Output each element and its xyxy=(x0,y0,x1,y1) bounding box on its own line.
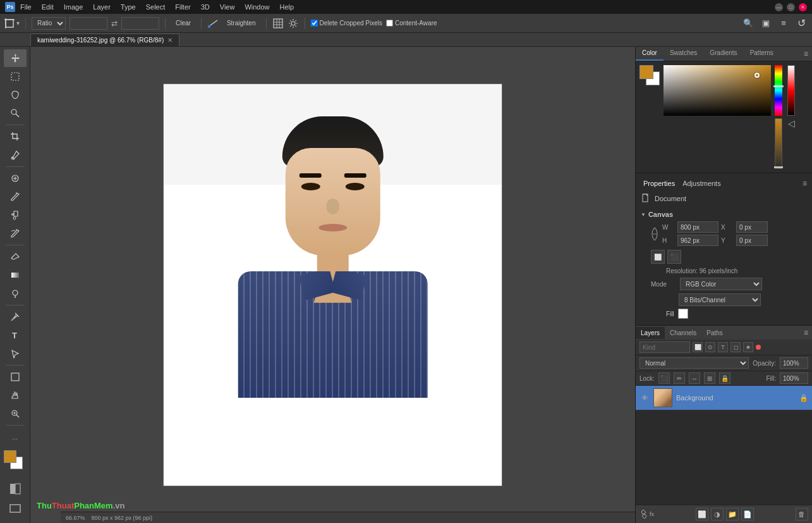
tab-channels[interactable]: Channels xyxy=(665,327,701,339)
lasso-tool[interactable] xyxy=(4,86,27,104)
tab-adjustments[interactable]: Adjustments xyxy=(680,178,724,188)
canvas-title[interactable]: ▼ Canvas xyxy=(641,209,807,220)
quick-mask-button[interactable] xyxy=(4,480,27,498)
menu-3d[interactable]: 3D xyxy=(201,3,210,11)
tab-layers[interactable]: Layers xyxy=(636,327,665,339)
menu-file[interactable]: File xyxy=(20,3,32,11)
gradient-tool[interactable] xyxy=(4,266,27,284)
tab-color[interactable]: Color xyxy=(636,47,664,61)
lock-pixels-btn[interactable]: ⬛ xyxy=(658,372,670,384)
new-group-button[interactable]: 📁 xyxy=(726,508,739,520)
shape-tool[interactable] xyxy=(4,368,27,386)
tab-swatches[interactable]: Swatches xyxy=(664,47,703,61)
hand-tool[interactable] xyxy=(4,386,27,404)
new-adjustment-button[interactable]: ◑ xyxy=(711,508,724,520)
history-brush-tool[interactable] xyxy=(4,225,27,242)
menu-filter[interactable]: Filter xyxy=(175,3,190,11)
clone-tool[interactable] xyxy=(4,206,27,224)
undo-button[interactable]: ↺ xyxy=(794,16,808,30)
menu-help[interactable]: Help xyxy=(280,3,294,11)
eraser-tool[interactable] xyxy=(4,248,27,266)
fill-input[interactable] xyxy=(780,372,808,384)
marquee-tool[interactable] xyxy=(4,68,27,85)
fill-swatch[interactable] xyxy=(678,309,688,319)
zoom-tool[interactable] xyxy=(4,405,27,422)
pixel-filter-icon[interactable]: ⬜ xyxy=(693,342,703,352)
menu-select[interactable]: Select xyxy=(146,3,166,11)
bits-select[interactable]: 8 Bits/Channel xyxy=(679,293,761,306)
content-aware-option[interactable]: Content-Aware xyxy=(386,20,437,27)
adjust-filter-icon[interactable]: ⊙ xyxy=(705,342,715,352)
layer-background[interactable]: 👁 Background 🔒 xyxy=(636,386,812,410)
tab-close-button[interactable]: ✕ xyxy=(167,37,173,44)
delete-layer-button[interactable]: 🗑 xyxy=(796,508,808,520)
more-options-button[interactable]: ≡ xyxy=(777,16,791,30)
color-panel-menu[interactable]: ≡ xyxy=(800,47,812,61)
tab-paths[interactable]: Paths xyxy=(701,327,728,339)
search-button[interactable]: 🔍 xyxy=(741,16,755,30)
document-tab[interactable]: kamiwedding-316252.jpg @ 66.7% (RGB/8#) … xyxy=(30,34,179,46)
content-aware-checkbox[interactable] xyxy=(386,20,393,27)
rotate-canvas-btn[interactable]: ⬛ xyxy=(667,250,681,264)
height-field[interactable] xyxy=(677,235,718,246)
type-filter-icon[interactable]: T xyxy=(718,342,728,352)
extra-strip[interactable] xyxy=(787,65,795,116)
dodge-tool[interactable] xyxy=(4,285,27,302)
opacity-input[interactable] xyxy=(780,357,808,369)
brush-tool[interactable] xyxy=(4,188,27,206)
layout-button[interactable]: ▣ xyxy=(759,16,773,30)
lock-all-btn[interactable]: 🔒 xyxy=(719,372,730,384)
move-tool[interactable] xyxy=(4,49,27,67)
delete-cropped-checkbox[interactable] xyxy=(311,20,318,27)
lock-draw-btn[interactable]: ✏ xyxy=(674,372,685,384)
properties-panel-menu[interactable]: ≡ xyxy=(803,179,807,188)
effect-filter-icon[interactable]: ★ xyxy=(743,342,753,352)
straighten-button[interactable]: Straighten xyxy=(222,18,260,28)
y-field[interactable] xyxy=(736,235,768,246)
width-input[interactable] xyxy=(70,17,107,30)
lock-move-btn[interactable]: ↔ xyxy=(689,372,700,384)
foreground-color-swatch[interactable] xyxy=(4,450,16,463)
layer-visibility-toggle[interactable]: 👁 xyxy=(639,393,650,403)
height-input[interactable] xyxy=(121,17,159,30)
hue-strip[interactable] xyxy=(775,65,782,116)
fit-to-canvas-btn[interactable]: ⬜ xyxy=(651,250,665,264)
healing-tool[interactable] xyxy=(4,169,27,187)
shape-filter-icon[interactable]: ◻ xyxy=(730,342,741,352)
path-select-tool[interactable] xyxy=(4,345,27,362)
x-field[interactable] xyxy=(736,221,768,233)
lock-artboard-btn[interactable]: ⊞ xyxy=(704,372,715,384)
menu-image[interactable]: Image xyxy=(64,3,83,11)
clear-button[interactable]: Clear xyxy=(171,18,195,28)
color-spectrum[interactable] xyxy=(664,65,771,116)
new-layer-button[interactable]: 📄 xyxy=(741,508,754,520)
mode-select[interactable]: RGB Color xyxy=(680,278,762,290)
kind-filter-input[interactable] xyxy=(639,341,690,353)
maximize-button[interactable]: □ xyxy=(787,3,795,11)
swap-icon[interactable]: ⇄ xyxy=(111,19,118,28)
quick-select-tool[interactable] xyxy=(4,104,27,122)
delete-cropped-option[interactable]: Delete Cropped Pixels xyxy=(311,20,383,27)
eyedropper-tool[interactable] xyxy=(4,146,27,164)
menu-type[interactable]: Type xyxy=(121,3,136,11)
close-button[interactable]: ✕ xyxy=(799,3,807,11)
extra-tool[interactable]: … xyxy=(4,428,27,446)
menu-edit[interactable]: Edit xyxy=(42,3,54,11)
foreground-swatch[interactable] xyxy=(639,65,653,79)
screen-mode-button[interactable] xyxy=(4,500,27,517)
blend-mode-select[interactable]: Normal xyxy=(639,357,749,369)
ratio-select[interactable]: Ratio xyxy=(32,17,66,30)
menu-window[interactable]: Window xyxy=(245,3,269,11)
alpha-strip[interactable] xyxy=(775,118,782,169)
tab-patterns[interactable]: Patterns xyxy=(744,47,780,61)
tab-gradients[interactable]: Gradients xyxy=(703,47,743,61)
menu-view[interactable]: View xyxy=(220,3,235,11)
type-tool[interactable]: T xyxy=(4,326,27,344)
tab-properties[interactable]: Properties xyxy=(641,178,677,188)
layers-panel-menu[interactable]: ≡ xyxy=(800,326,812,340)
add-mask-button[interactable]: ⬜ xyxy=(696,508,708,520)
crop-tool[interactable] xyxy=(4,128,27,145)
minimize-button[interactable]: — xyxy=(775,3,783,11)
crop-arrow[interactable]: ▾ xyxy=(16,20,20,27)
menu-layer[interactable]: Layer xyxy=(93,3,111,11)
